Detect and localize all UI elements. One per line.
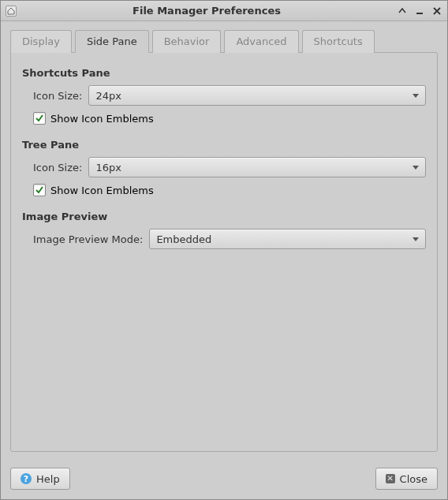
label-tree-show-emblems: Show Icon Emblems <box>50 185 154 196</box>
footer-button-bar: ? Help ✕ Close <box>1 460 447 499</box>
dropdown-value: 24px <box>95 90 121 102</box>
chevron-down-icon <box>413 94 419 98</box>
checkbox-tree-show-emblems[interactable] <box>33 184 46 196</box>
close-button[interactable]: ✕ Close <box>375 468 438 490</box>
row-shortcuts-show-emblems: Show Icon Emblems <box>33 112 426 125</box>
window-title: File Manager Preferences <box>17 5 397 17</box>
section-title-tree-pane: Tree Pane <box>22 139 426 151</box>
dropdown-shortcuts-icon-size[interactable]: 24px <box>88 85 426 106</box>
close-button-label: Close <box>400 473 427 485</box>
chevron-down-icon <box>413 166 419 170</box>
section-title-image-preview: Image Preview <box>22 211 426 222</box>
tab-side-pane[interactable]: Side Pane <box>75 30 149 53</box>
help-button[interactable]: ? Help <box>10 468 70 490</box>
tab-advanced[interactable]: Advanced <box>224 30 298 53</box>
help-icon: ? <box>21 473 32 484</box>
dropdown-image-preview-mode[interactable]: Embedded <box>149 229 426 249</box>
checkmark-icon <box>35 114 43 122</box>
label-tree-icon-size: Icon Size: <box>33 162 82 174</box>
close-window-icon[interactable] <box>431 6 442 17</box>
row-tree-show-emblems: Show Icon Emblems <box>33 184 426 196</box>
row-shortcuts-icon-size: Icon Size: 24px <box>33 85 426 106</box>
dropdown-value: Embedded <box>156 233 211 245</box>
close-icon: ✕ <box>386 474 395 483</box>
label-shortcuts-icon-size: Icon Size: <box>33 90 82 102</box>
section-title-shortcuts-pane: Shortcuts Pane <box>22 67 426 79</box>
checkbox-shortcuts-show-emblems[interactable] <box>33 112 46 125</box>
window-menu-icon[interactable] <box>6 6 17 17</box>
content-area: Display Side Pane Behavior Advanced Shor… <box>1 21 447 460</box>
checkmark-icon <box>35 186 43 194</box>
dropdown-value: 16px <box>95 162 121 174</box>
minimize-icon[interactable] <box>414 6 425 17</box>
titlebar: File Manager Preferences <box>1 1 447 21</box>
tab-shortcuts[interactable]: Shortcuts <box>302 30 375 53</box>
label-image-preview-mode: Image Preview Mode: <box>33 233 143 245</box>
tab-bar: Display Side Pane Behavior Advanced Shor… <box>10 29 438 52</box>
roll-up-icon[interactable] <box>397 6 408 17</box>
label-shortcuts-show-emblems: Show Icon Emblems <box>50 113 154 125</box>
tab-display[interactable]: Display <box>10 30 72 53</box>
tab-panel-side-pane: Shortcuts Pane Icon Size: 24px Show Icon… <box>10 52 438 452</box>
preferences-window: File Manager Preferences Display Side Pa… <box>0 0 448 500</box>
row-image-preview-mode: Image Preview Mode: Embedded <box>33 229 426 249</box>
dropdown-tree-icon-size[interactable]: 16px <box>88 157 426 177</box>
tab-behavior[interactable]: Behavior <box>152 30 222 53</box>
help-button-label: Help <box>36 473 60 485</box>
window-controls <box>397 6 442 17</box>
chevron-down-icon <box>413 237 419 241</box>
row-tree-icon-size: Icon Size: 16px <box>33 157 426 177</box>
